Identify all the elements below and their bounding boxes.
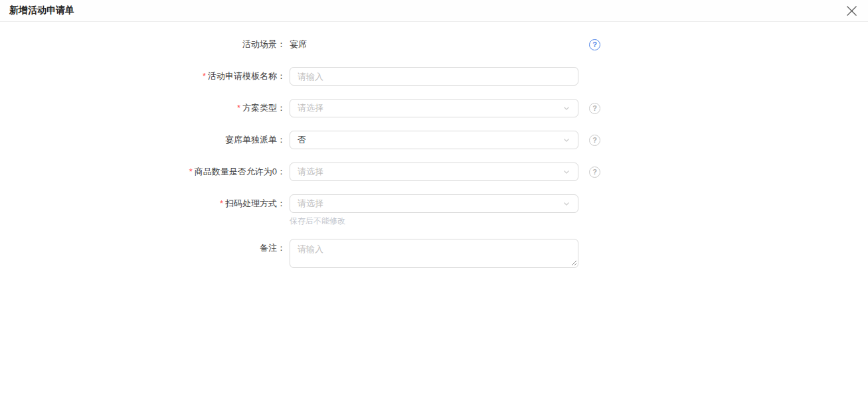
banquet-separate-dispatch-select[interactable]: 否 xyxy=(290,131,578,149)
required-mark: * xyxy=(189,166,193,176)
form-row-scan-handling: *扫码处理方式： 请选择 保存后不能修改 xyxy=(0,194,868,226)
required-mark: * xyxy=(203,71,206,81)
scan-handling-note: 保存后不能修改 xyxy=(290,216,578,226)
help-icon[interactable]: ? xyxy=(589,39,600,50)
allow-zero-quantity-select[interactable]: 请选择 xyxy=(290,163,578,181)
dialog-title: 新增活动申请单 xyxy=(9,5,74,17)
form-row-banquet-separate-dispatch: 宴席单独派单： 否 ? xyxy=(0,131,868,149)
form-row-allow-zero-quantity: *商品数量是否允许为0： 请选择 ? xyxy=(0,163,868,181)
form-row-plan-type: *方案类型： 请选择 ? xyxy=(0,99,868,117)
form-row-remarks: 备注： xyxy=(0,239,868,268)
field-label-remarks: 备注： xyxy=(0,239,286,257)
chevron-down-icon xyxy=(563,104,570,112)
field-label-scan-handling: *扫码处理方式： xyxy=(0,194,286,213)
field-label-template-name: *活动申请模板名称： xyxy=(0,67,286,86)
form-row-template-name: *活动申请模板名称： xyxy=(0,67,868,86)
plan-type-select[interactable]: 请选择 xyxy=(290,99,578,117)
template-name-input[interactable] xyxy=(290,67,578,86)
remarks-textarea[interactable] xyxy=(290,239,578,268)
close-icon xyxy=(846,5,857,17)
required-mark: * xyxy=(237,103,240,113)
activity-application-form: 活动场景： 宴席 ? *活动申请模板名称： *方案类型： 请选择 ? xyxy=(0,22,868,268)
dialog-header: 新增活动申请单 xyxy=(0,0,868,22)
help-icon[interactable]: ? xyxy=(589,103,600,114)
chevron-down-icon xyxy=(563,168,570,176)
activity-scene-value: 宴席 xyxy=(290,35,578,54)
field-label-allow-zero-quantity: *商品数量是否允许为0： xyxy=(0,163,286,181)
chevron-down-icon xyxy=(563,200,570,208)
required-mark: * xyxy=(220,198,223,208)
help-icon[interactable]: ? xyxy=(589,166,600,178)
resize-handle-icon[interactable] xyxy=(571,260,577,266)
field-label-plan-type: *方案类型： xyxy=(0,99,286,117)
field-label-banquet-separate-dispatch: 宴席单独派单： xyxy=(0,131,286,149)
scan-handling-select[interactable]: 请选择 xyxy=(290,194,578,213)
field-label-activity-scene: 活动场景： xyxy=(0,35,286,54)
close-button[interactable] xyxy=(845,4,859,18)
help-icon[interactable]: ? xyxy=(589,135,600,146)
chevron-down-icon xyxy=(563,136,570,144)
form-row-activity-scene: 活动场景： 宴席 ? xyxy=(0,35,868,54)
